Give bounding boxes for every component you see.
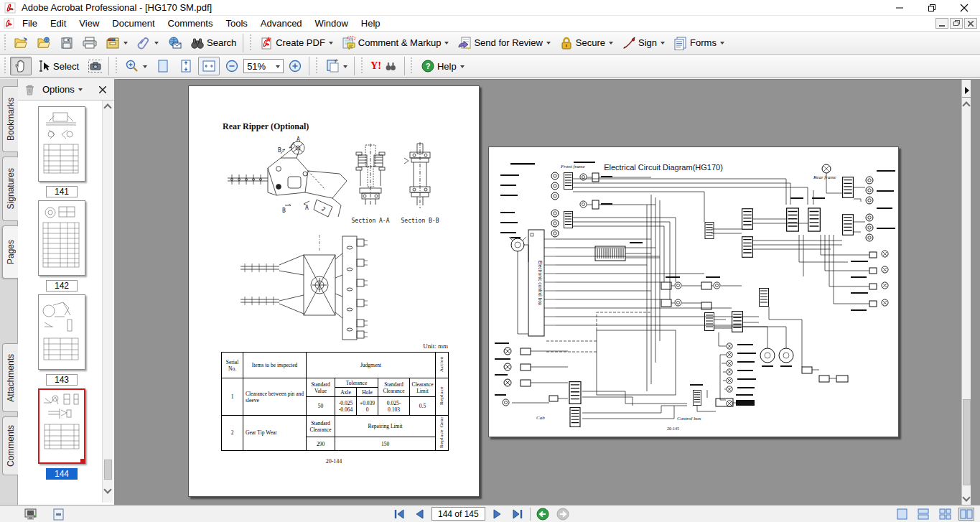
secure-button[interactable]: Secure [556, 34, 617, 52]
minimize-button[interactable] [883, 0, 915, 16]
thumbnail-label[interactable]: 141 [46, 186, 78, 197]
menu-help[interactable]: Help [355, 17, 387, 30]
fit-page-button[interactable] [175, 57, 197, 75]
tab-bookmarks[interactable]: Bookmarks [2, 86, 18, 152]
circuit-title: Electrical Circuit Diagram(HG170) [604, 163, 723, 172]
open-button[interactable] [10, 34, 32, 52]
scrollbar-thumb[interactable] [104, 460, 112, 480]
first-page-button[interactable] [391, 508, 407, 521]
thumbnail-page-142[interactable]: 142 [38, 200, 85, 292]
menu-file[interactable]: File [16, 17, 44, 30]
panel-close-button[interactable] [95, 83, 110, 97]
create-pdf-button[interactable]: Create PDF [256, 34, 337, 52]
fit-width-button[interactable] [198, 57, 220, 75]
comment-markup-button[interactable]: Comment & Markup [338, 34, 453, 52]
drawing-label-b2: B [282, 208, 286, 214]
scroll-up-arrow[interactable] [103, 103, 111, 111]
doc-scrollbar-thumb[interactable] [963, 399, 971, 485]
doc-close-button[interactable] [964, 18, 977, 29]
tab-pages[interactable]: Pages [2, 225, 19, 279]
thumbnail-page-143[interactable]: 143 [38, 294, 85, 386]
doc-minimize-button[interactable] [935, 18, 948, 29]
menu-view[interactable]: View [73, 17, 106, 30]
facing-button[interactable] [958, 508, 974, 521]
thumbnail-label[interactable]: 143 [46, 374, 78, 386]
next-view-button[interactable] [555, 508, 571, 521]
continuous-facing-button[interactable] [937, 508, 953, 521]
sign-button[interactable]: Sign [618, 34, 668, 52]
page-navigation: 144 of 145 [391, 507, 571, 521]
toolbar-grip[interactable] [114, 57, 118, 75]
section-bb-label: Section B-B [401, 218, 439, 224]
continuous-button[interactable] [915, 508, 931, 521]
hand-tool-button[interactable] [10, 57, 32, 75]
toolbar-grip[interactable] [3, 34, 6, 52]
document-scrollbar[interactable] [961, 80, 971, 505]
single-page-button[interactable] [894, 508, 910, 521]
zoom-out-button[interactable] [221, 57, 243, 75]
open-web-button[interactable] [33, 34, 55, 52]
tab-comments[interactable]: Comments [2, 416, 18, 475]
toolbar-grip[interactable] [410, 57, 414, 75]
menu-window[interactable]: Window [309, 17, 355, 30]
forms-button[interactable]: Forms [670, 34, 728, 52]
electronic-control-box: Electronic control box [528, 230, 556, 336]
thumbnail-label[interactable]: 142 [46, 280, 78, 292]
tab-comments-label: Comments [6, 425, 16, 467]
snapshot-tool-button[interactable] [84, 57, 106, 75]
scroll-down-arrow[interactable] [103, 485, 111, 493]
screen-mode-icon[interactable] [24, 508, 37, 521]
close-button[interactable] [948, 0, 980, 16]
options-menu-button[interactable]: Options [42, 84, 83, 95]
toolbar-grip[interactable] [360, 57, 363, 75]
menu-comments[interactable]: Comments [162, 17, 220, 30]
previous-view-button[interactable] [535, 508, 551, 521]
section-aa-label: Section A-A [352, 218, 390, 224]
trash-icon[interactable] [22, 83, 37, 97]
tab-signatures[interactable]: Signatures [2, 157, 18, 221]
zoom-level-combobox[interactable]: 51% [243, 59, 284, 73]
thumbnail-image [38, 200, 85, 276]
help-button[interactable]: ? Help [417, 57, 468, 75]
page-size-icon[interactable] [52, 508, 65, 521]
doc-restore-button[interactable] [950, 18, 963, 29]
toolbar-grip[interactable] [248, 34, 252, 52]
zoom-in-button[interactable] [284, 57, 306, 75]
toolbar-grip[interactable] [3, 57, 6, 75]
file-toolbar: Search Create PDF Comment & Markup Send … [0, 32, 980, 55]
show-howto-pane-button[interactable] [962, 83, 971, 98]
col-items-header: Items to be inspected [243, 353, 307, 378]
restore-button[interactable] [915, 0, 948, 16]
thumbnail-page-141[interactable]: 141 [38, 106, 85, 197]
hand-icon [14, 59, 28, 73]
menu-edit[interactable]: Edit [44, 17, 73, 30]
menu-advanced[interactable]: Advanced [254, 17, 309, 30]
save-button[interactable] [56, 34, 78, 52]
send-review-button[interactable]: Send for Review [454, 34, 554, 52]
page-indicator[interactable]: 144 of 145 [431, 507, 485, 521]
attach-button[interactable] [133, 34, 162, 52]
doc-scroll-down-arrow[interactable] [962, 493, 970, 501]
print-button[interactable] [79, 34, 101, 52]
search-button[interactable]: Search [187, 34, 240, 52]
yahoo-search-button[interactable]: Y! [367, 57, 401, 75]
doc-scroll-up-arrow[interactable] [962, 101, 970, 109]
page-display-button[interactable] [322, 57, 351, 75]
previous-page-button[interactable] [411, 508, 427, 521]
organizer-button[interactable] [102, 34, 131, 52]
next-page-button[interactable] [490, 508, 505, 521]
thumbnail-page-144[interactable]: 144 [38, 388, 85, 480]
menu-document[interactable]: Document [106, 17, 161, 30]
zoom-tool-button[interactable] [121, 57, 151, 75]
select-tool-button[interactable]: Select [33, 57, 83, 75]
menu-tools[interactable]: Tools [219, 17, 253, 30]
title-bar: Adobe Acrobat Professional - [HG170 SM.p… [0, 0, 980, 16]
save-icon [60, 36, 74, 50]
tab-attachments[interactable]: Attachments [2, 343, 18, 412]
email-button[interactable] [164, 34, 185, 52]
thumbnail-scrollbar[interactable] [102, 101, 113, 503]
actual-size-button[interactable] [152, 57, 174, 75]
toolbar-grip[interactable] [314, 57, 318, 75]
last-page-button[interactable] [510, 508, 526, 521]
thumbnail-label[interactable]: 144 [46, 468, 78, 480]
